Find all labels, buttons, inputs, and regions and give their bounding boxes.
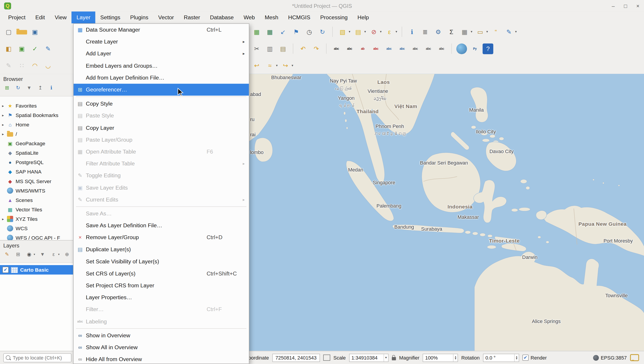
menu-item-save-as-layer-definition-file[interactable]: Save As Layer Definition File… [74, 220, 249, 232]
measure-icon[interactable]: ▭ [475, 26, 488, 37]
new-project-icon[interactable]: ▢ [3, 26, 14, 37]
lock-scale-icon[interactable] [392, 357, 396, 360]
expander-icon[interactable]: ▸ [2, 113, 7, 117]
identify-features-icon[interactable]: ℹ [406, 26, 417, 37]
open-layer-styling-icon[interactable]: ✎ [3, 251, 11, 258]
menubar-item-web[interactable]: Web [239, 12, 260, 23]
layer-visibility-checkbox[interactable]: ✔ [3, 267, 9, 273]
change-label-properties-icon[interactable]: abc [436, 43, 447, 54]
spin-arrows-icon[interactable]: ▲▼ [514, 354, 519, 361]
browser-item-spatial-bookmarks[interactable]: ▸⚑Spatial Bookmarks [0, 110, 73, 120]
spin-arrows-icon[interactable]: ▲▼ [453, 354, 458, 361]
menu-item-duplicate-layer-s[interactable]: ▤Duplicate Layer(s) [74, 244, 249, 255]
add-selected-layers-icon[interactable]: ⊞ [3, 84, 11, 92]
check-validity-icon[interactable]: ✓ [30, 43, 40, 54]
menu-item-embed-layers-and-groups[interactable]: Embed Layers and Groups… [74, 60, 249, 72]
browser-properties-icon[interactable]: ℹ [48, 84, 55, 92]
browser-item-item[interactable]: ▸/ [0, 129, 73, 139]
trim-extend-icon[interactable]: ↪ [280, 60, 293, 71]
add-group-icon[interactable]: ⊞ [14, 251, 22, 258]
locator-input[interactable] [12, 354, 69, 361]
crs-status[interactable]: EPSG:3857 [593, 355, 627, 361]
move-label-icon[interactable]: abc [410, 43, 421, 54]
expander-icon[interactable]: ▸ [2, 122, 7, 127]
menubar-item-hcmgis[interactable]: HCMGIS [283, 12, 315, 23]
rotation-spinbox[interactable]: 0.0 ° ▲▼ [483, 354, 519, 362]
digitize-with-curve-icon[interactable]: ◠ [30, 60, 40, 71]
style-manager-icon[interactable]: ◧ [3, 43, 14, 54]
menu-item-set-project-crs-from-layer[interactable]: Set Project CRS from Layer [74, 280, 249, 292]
annotations-icon[interactable]: ✎ [504, 26, 517, 37]
select-features-by-value-icon[interactable]: ▤ [353, 26, 366, 37]
layer-diagrams-icon[interactable]: abc [344, 43, 355, 54]
menu-item-layer-properties[interactable]: Layer Properties… [74, 292, 249, 303]
menubar-item-edit[interactable]: Edit [31, 12, 50, 23]
python-console-icon[interactable]: Py [470, 43, 480, 54]
menu-item-remove-layer-group[interactable]: ×Remove Layer/GroupCtrl+D [74, 232, 249, 244]
undo-icon[interactable]: ↶ [298, 43, 309, 54]
processing-toolbox-icon[interactable]: ⚙ [433, 26, 444, 37]
menubar-item-settings[interactable]: Settings [95, 12, 125, 23]
coordinate-input[interactable]: 7250814, 2401543 [272, 354, 320, 362]
filter-browser-icon[interactable]: ▼ [25, 84, 33, 92]
redo-icon[interactable]: ↷ [311, 43, 322, 54]
browser-item-xyz-tiles[interactable]: ▸XYZ Tiles [0, 214, 73, 224]
expand-all-layers-icon[interactable]: ⊕ [63, 251, 71, 258]
collapse-all-browser-icon[interactable]: ↥ [37, 84, 44, 92]
menubar-item-layer[interactable]: Layer [72, 12, 95, 23]
manage-map-themes-icon[interactable]: ◉ [25, 251, 35, 258]
scale-dropdown-icon[interactable]: ▾ [383, 354, 388, 361]
show-statistics-icon[interactable]: Σ [446, 26, 457, 37]
layer-labeling-icon[interactable]: abc [331, 43, 342, 54]
messages-icon[interactable] [630, 354, 639, 361]
browser-item-wfs-ogc-api-f[interactable]: WFS / OGC API - F [0, 233, 73, 240]
menu-item-copy-layer[interactable]: ▤Copy Layer [74, 122, 249, 134]
menu-item-set-scale-visibility-of-layer-s[interactable]: Set Scale Visibility of Layer(s) [74, 256, 249, 268]
show-hide-labels-icon[interactable]: abc [397, 43, 407, 54]
offset-curve-icon[interactable]: ≈ [265, 60, 278, 71]
browser-item-ms-sql-server[interactable]: ◆MS SQL Server [0, 176, 73, 186]
statistical-summary-icon[interactable]: ≣ [420, 26, 431, 37]
refresh-browser-icon[interactable]: ↻ [14, 84, 22, 92]
menubar-item-help[interactable]: Help [352, 12, 374, 23]
new-geopackage-layer-icon[interactable]: ▣ [16, 43, 27, 54]
select-by-expression-icon[interactable]: ε [384, 26, 397, 37]
browser-item-home[interactable]: ▸⌂Home [0, 120, 73, 129]
browser-item-spatialite[interactable]: ◆SpatiaLite [0, 148, 73, 158]
help-icon[interactable]: ? [483, 43, 493, 54]
close-button[interactable]: × [632, 0, 644, 12]
expander-icon[interactable]: ▸ [2, 217, 7, 221]
copy-features-icon[interactable]: ▥ [265, 43, 275, 54]
menu-item-add-from-layer-definition-file[interactable]: Add from Layer Definition File… [74, 72, 249, 84]
menubar-item-plugins[interactable]: Plugins [125, 12, 153, 23]
temporal-controller-icon[interactable]: ◷ [304, 26, 315, 37]
highlight-pinned-labels-icon[interactable]: abc [370, 43, 381, 54]
expander-icon[interactable]: ▸ [2, 104, 7, 108]
select-features-icon[interactable]: ▧ [337, 26, 350, 37]
open-project-icon[interactable] [16, 29, 27, 34]
menu-item-georeferencer[interactable]: ⊞Georeferencer… [74, 84, 249, 96]
browser-item-scenes[interactable]: ▲Scenes [0, 196, 73, 205]
maximize-button[interactable]: □ [619, 0, 632, 12]
browser-item-postgresql[interactable]: ●PostgreSQL [0, 158, 73, 167]
browser-item-favorites[interactable]: ▸★Favorites [0, 101, 73, 110]
scale-combobox[interactable]: 1:34910384 ▾ [349, 354, 388, 362]
menubar-item-vector[interactable]: Vector [153, 12, 179, 23]
filter-legend-icon[interactable]: ▼ [39, 251, 46, 258]
render-toggle[interactable]: ✔ Render [522, 354, 547, 361]
browser-item-vector-tiles[interactable]: ▦Vector Tiles [0, 205, 73, 214]
digitize-curve-polygon-icon[interactable]: ◡ [43, 60, 53, 71]
browser-item-wms-wmts[interactable]: WMS/WMTS [0, 186, 73, 195]
locator-search[interactable] [3, 353, 72, 362]
map-tips-icon[interactable]: “ [491, 26, 501, 37]
render-checkbox[interactable]: ✔ [522, 354, 528, 361]
expander-icon[interactable]: ▸ [2, 132, 7, 136]
label-never-icon[interactable]: ab [357, 43, 368, 54]
paste-features-icon[interactable]: ▤ [278, 43, 288, 54]
layer-item-carto-basic[interactable]: ✔Carto Basic [0, 265, 73, 274]
browser-item-geopackage[interactable]: ▣GeoPackage [0, 139, 73, 148]
open-attribute-table-toolbar-icon[interactable]: ▦ [459, 26, 473, 37]
menu-item-set-crs-of-layer-s[interactable]: Set CRS of Layer(s)Ctrl+Shift+C [74, 268, 249, 279]
magnifier-spinbox[interactable]: 100% ▲▼ [423, 354, 458, 362]
menu-item-data-source-manager[interactable]: ▦Data Source ManagerCtrl+L [74, 24, 249, 36]
